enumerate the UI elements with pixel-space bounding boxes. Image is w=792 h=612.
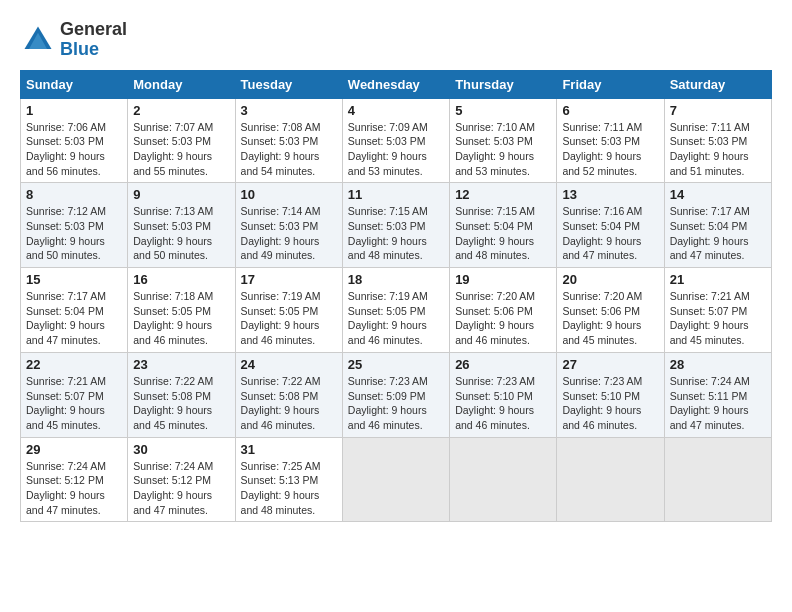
calendar-cell: 4 Sunrise: 7:09 AMSunset: 5:03 PMDayligh… bbox=[342, 98, 449, 183]
calendar-cell: 27 Sunrise: 7:23 AMSunset: 5:10 PMDaylig… bbox=[557, 352, 664, 437]
calendar-cell: 20 Sunrise: 7:20 AMSunset: 5:06 PMDaylig… bbox=[557, 268, 664, 353]
day-number: 28 bbox=[670, 357, 766, 372]
logo-icon bbox=[20, 22, 56, 58]
calendar-cell: 24 Sunrise: 7:22 AMSunset: 5:08 PMDaylig… bbox=[235, 352, 342, 437]
calendar-cell: 30 Sunrise: 7:24 AMSunset: 5:12 PMDaylig… bbox=[128, 437, 235, 522]
day-number: 3 bbox=[241, 103, 337, 118]
day-number: 16 bbox=[133, 272, 229, 287]
calendar-week-3: 15 Sunrise: 7:17 AMSunset: 5:04 PMDaylig… bbox=[21, 268, 772, 353]
calendar-cell: 1 Sunrise: 7:06 AMSunset: 5:03 PMDayligh… bbox=[21, 98, 128, 183]
day-info: Sunrise: 7:15 AMSunset: 5:04 PMDaylight:… bbox=[455, 204, 551, 263]
day-number: 4 bbox=[348, 103, 444, 118]
calendar-cell: 6 Sunrise: 7:11 AMSunset: 5:03 PMDayligh… bbox=[557, 98, 664, 183]
calendar-cell: 13 Sunrise: 7:16 AMSunset: 5:04 PMDaylig… bbox=[557, 183, 664, 268]
day-number: 5 bbox=[455, 103, 551, 118]
day-info: Sunrise: 7:13 AMSunset: 5:03 PMDaylight:… bbox=[133, 204, 229, 263]
day-info: Sunrise: 7:22 AMSunset: 5:08 PMDaylight:… bbox=[241, 374, 337, 433]
day-info: Sunrise: 7:11 AMSunset: 5:03 PMDaylight:… bbox=[562, 120, 658, 179]
day-number: 23 bbox=[133, 357, 229, 372]
calendar-cell bbox=[557, 437, 664, 522]
weekday-header-tuesday: Tuesday bbox=[235, 70, 342, 98]
calendar-cell: 21 Sunrise: 7:21 AMSunset: 5:07 PMDaylig… bbox=[664, 268, 771, 353]
day-info: Sunrise: 7:07 AMSunset: 5:03 PMDaylight:… bbox=[133, 120, 229, 179]
day-info: Sunrise: 7:11 AMSunset: 5:03 PMDaylight:… bbox=[670, 120, 766, 179]
weekday-header-wednesday: Wednesday bbox=[342, 70, 449, 98]
calendar-cell: 15 Sunrise: 7:17 AMSunset: 5:04 PMDaylig… bbox=[21, 268, 128, 353]
day-number: 17 bbox=[241, 272, 337, 287]
calendar-cell: 22 Sunrise: 7:21 AMSunset: 5:07 PMDaylig… bbox=[21, 352, 128, 437]
calendar-cell: 9 Sunrise: 7:13 AMSunset: 5:03 PMDayligh… bbox=[128, 183, 235, 268]
day-number: 14 bbox=[670, 187, 766, 202]
calendar-cell: 3 Sunrise: 7:08 AMSunset: 5:03 PMDayligh… bbox=[235, 98, 342, 183]
calendar-cell: 16 Sunrise: 7:18 AMSunset: 5:05 PMDaylig… bbox=[128, 268, 235, 353]
calendar-cell: 12 Sunrise: 7:15 AMSunset: 5:04 PMDaylig… bbox=[450, 183, 557, 268]
calendar-week-5: 29 Sunrise: 7:24 AMSunset: 5:12 PMDaylig… bbox=[21, 437, 772, 522]
calendar-week-1: 1 Sunrise: 7:06 AMSunset: 5:03 PMDayligh… bbox=[21, 98, 772, 183]
day-info: Sunrise: 7:09 AMSunset: 5:03 PMDaylight:… bbox=[348, 120, 444, 179]
day-number: 12 bbox=[455, 187, 551, 202]
calendar-cell: 11 Sunrise: 7:15 AMSunset: 5:03 PMDaylig… bbox=[342, 183, 449, 268]
day-number: 13 bbox=[562, 187, 658, 202]
day-number: 22 bbox=[26, 357, 122, 372]
day-number: 21 bbox=[670, 272, 766, 287]
day-number: 24 bbox=[241, 357, 337, 372]
day-number: 6 bbox=[562, 103, 658, 118]
day-number: 30 bbox=[133, 442, 229, 457]
calendar-week-2: 8 Sunrise: 7:12 AMSunset: 5:03 PMDayligh… bbox=[21, 183, 772, 268]
day-number: 20 bbox=[562, 272, 658, 287]
day-number: 10 bbox=[241, 187, 337, 202]
day-info: Sunrise: 7:18 AMSunset: 5:05 PMDaylight:… bbox=[133, 289, 229, 348]
day-info: Sunrise: 7:14 AMSunset: 5:03 PMDaylight:… bbox=[241, 204, 337, 263]
weekday-header-row: SundayMondayTuesdayWednesdayThursdayFrid… bbox=[21, 70, 772, 98]
day-number: 15 bbox=[26, 272, 122, 287]
day-info: Sunrise: 7:12 AMSunset: 5:03 PMDaylight:… bbox=[26, 204, 122, 263]
day-info: Sunrise: 7:19 AMSunset: 5:05 PMDaylight:… bbox=[241, 289, 337, 348]
day-info: Sunrise: 7:21 AMSunset: 5:07 PMDaylight:… bbox=[26, 374, 122, 433]
day-info: Sunrise: 7:20 AMSunset: 5:06 PMDaylight:… bbox=[455, 289, 551, 348]
day-number: 7 bbox=[670, 103, 766, 118]
day-info: Sunrise: 7:23 AMSunset: 5:10 PMDaylight:… bbox=[455, 374, 551, 433]
day-info: Sunrise: 7:08 AMSunset: 5:03 PMDaylight:… bbox=[241, 120, 337, 179]
day-info: Sunrise: 7:10 AMSunset: 5:03 PMDaylight:… bbox=[455, 120, 551, 179]
day-info: Sunrise: 7:22 AMSunset: 5:08 PMDaylight:… bbox=[133, 374, 229, 433]
calendar-week-4: 22 Sunrise: 7:21 AMSunset: 5:07 PMDaylig… bbox=[21, 352, 772, 437]
weekday-header-friday: Friday bbox=[557, 70, 664, 98]
day-number: 19 bbox=[455, 272, 551, 287]
day-info: Sunrise: 7:25 AMSunset: 5:13 PMDaylight:… bbox=[241, 459, 337, 518]
day-number: 1 bbox=[26, 103, 122, 118]
calendar-cell: 10 Sunrise: 7:14 AMSunset: 5:03 PMDaylig… bbox=[235, 183, 342, 268]
day-number: 27 bbox=[562, 357, 658, 372]
day-number: 25 bbox=[348, 357, 444, 372]
day-info: Sunrise: 7:17 AMSunset: 5:04 PMDaylight:… bbox=[670, 204, 766, 263]
day-number: 31 bbox=[241, 442, 337, 457]
day-info: Sunrise: 7:24 AMSunset: 5:12 PMDaylight:… bbox=[133, 459, 229, 518]
day-number: 29 bbox=[26, 442, 122, 457]
weekday-header-sunday: Sunday bbox=[21, 70, 128, 98]
calendar-cell: 17 Sunrise: 7:19 AMSunset: 5:05 PMDaylig… bbox=[235, 268, 342, 353]
calendar-cell bbox=[450, 437, 557, 522]
calendar-cell: 19 Sunrise: 7:20 AMSunset: 5:06 PMDaylig… bbox=[450, 268, 557, 353]
day-info: Sunrise: 7:24 AMSunset: 5:12 PMDaylight:… bbox=[26, 459, 122, 518]
day-info: Sunrise: 7:19 AMSunset: 5:05 PMDaylight:… bbox=[348, 289, 444, 348]
day-number: 18 bbox=[348, 272, 444, 287]
calendar-cell: 29 Sunrise: 7:24 AMSunset: 5:12 PMDaylig… bbox=[21, 437, 128, 522]
day-info: Sunrise: 7:21 AMSunset: 5:07 PMDaylight:… bbox=[670, 289, 766, 348]
weekday-header-thursday: Thursday bbox=[450, 70, 557, 98]
day-info: Sunrise: 7:15 AMSunset: 5:03 PMDaylight:… bbox=[348, 204, 444, 263]
calendar-cell: 26 Sunrise: 7:23 AMSunset: 5:10 PMDaylig… bbox=[450, 352, 557, 437]
calendar-cell: 2 Sunrise: 7:07 AMSunset: 5:03 PMDayligh… bbox=[128, 98, 235, 183]
calendar-cell: 28 Sunrise: 7:24 AMSunset: 5:11 PMDaylig… bbox=[664, 352, 771, 437]
day-number: 11 bbox=[348, 187, 444, 202]
calendar-cell: 14 Sunrise: 7:17 AMSunset: 5:04 PMDaylig… bbox=[664, 183, 771, 268]
logo: General Blue bbox=[20, 20, 127, 60]
day-number: 2 bbox=[133, 103, 229, 118]
day-info: Sunrise: 7:17 AMSunset: 5:04 PMDaylight:… bbox=[26, 289, 122, 348]
weekday-header-saturday: Saturday bbox=[664, 70, 771, 98]
calendar-cell: 7 Sunrise: 7:11 AMSunset: 5:03 PMDayligh… bbox=[664, 98, 771, 183]
logo-text: General Blue bbox=[60, 20, 127, 60]
calendar-cell: 31 Sunrise: 7:25 AMSunset: 5:13 PMDaylig… bbox=[235, 437, 342, 522]
page-header: General Blue bbox=[20, 20, 772, 60]
calendar-body: 1 Sunrise: 7:06 AMSunset: 5:03 PMDayligh… bbox=[21, 98, 772, 522]
day-number: 26 bbox=[455, 357, 551, 372]
day-number: 8 bbox=[26, 187, 122, 202]
